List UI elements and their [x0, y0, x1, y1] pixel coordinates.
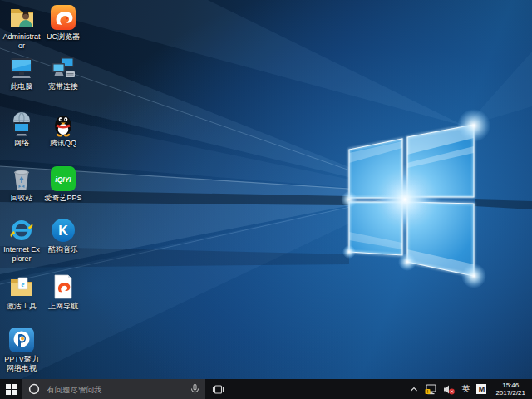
- icon-label: 回收站: [11, 194, 33, 203]
- taskbar: ! 英 M 15:46 2017/2/21: [0, 379, 532, 399]
- clock-time: 15:46: [495, 382, 525, 390]
- network-status-icon[interactable]: !: [425, 384, 436, 395]
- desktop-icon-administrator[interactable]: Administrator: [2, 3, 42, 51]
- desktop-icon-tencent-qq[interactable]: 腾讯QQ: [43, 110, 83, 148]
- user-folder-icon: [7, 3, 36, 32]
- desktop-icon-activation-tool[interactable]: e 激活工具: [2, 273, 42, 311]
- task-view-button[interactable]: [205, 379, 230, 399]
- icon-label: 腾讯QQ: [50, 139, 76, 148]
- windows-desktop: Administrator UC浏览器 此电脑: [0, 0, 532, 399]
- svg-text:iQIYI: iQIYI: [55, 175, 71, 184]
- taskbar-clock[interactable]: 15:46 2017/2/21: [493, 382, 528, 397]
- desktop-icon-uc-browser[interactable]: UC浏览器: [43, 3, 83, 42]
- qq-penguin-icon: [49, 110, 77, 138]
- icon-label: 宽带连接: [48, 82, 78, 91]
- pptv-icon: [7, 326, 36, 354]
- icon-label: Administrator: [2, 32, 42, 51]
- broadband-icon: [49, 53, 77, 81]
- desktop-icon-recycle-bin[interactable]: 回收站: [2, 165, 42, 203]
- search-input[interactable]: [45, 384, 185, 395]
- windows-start-icon: [6, 384, 17, 395]
- svg-text:e: e: [22, 280, 25, 288]
- desktop-icon-iqiyi-pps[interactable]: iQIYI 爱奇艺PPS: [43, 165, 83, 203]
- icon-label: 网络: [14, 139, 29, 148]
- icon-label: UC浏览器: [47, 32, 80, 42]
- iqiyi-icon: iQIYI: [49, 165, 77, 193]
- desktop-icon-network[interactable]: 网络: [2, 110, 42, 148]
- uc-browser-icon: [49, 3, 77, 32]
- desktop-icon-internet-explorer[interactable]: Internet Explorer: [2, 216, 42, 264]
- desktop-icon-web-navigation[interactable]: 上网导航: [43, 273, 83, 311]
- ime-language-indicator[interactable]: 英: [461, 385, 470, 393]
- cortana-icon: [28, 383, 40, 395]
- tray-overflow-chevron-icon[interactable]: [410, 386, 418, 392]
- windows-logo: [341, 109, 490, 288]
- system-tray: ! 英 M 15:46 2017/2/21: [408, 379, 532, 399]
- internet-explorer-icon: [7, 216, 36, 244]
- recycle-bin-icon: [7, 165, 36, 193]
- icon-label: PPTV聚力 网络电视: [2, 355, 42, 373]
- volume-muted-icon[interactable]: [443, 384, 455, 395]
- icon-label: 上网导航: [48, 302, 78, 311]
- task-view-icon: [212, 384, 224, 395]
- icon-label: Internet Explorer: [2, 245, 42, 264]
- icon-label: 激活工具: [7, 302, 37, 311]
- desktop-icon-pptv[interactable]: PPTV聚力 网络电视: [2, 326, 42, 373]
- kugou-music-icon: K: [49, 216, 77, 244]
- activation-tool-folder-icon: e: [7, 273, 36, 301]
- taskbar-empty-area: [230, 379, 408, 399]
- computer-icon: [7, 53, 36, 81]
- ime-mode-badge[interactable]: M: [476, 384, 486, 394]
- desktop-icon-this-pc[interactable]: 此电脑: [2, 53, 42, 91]
- cortana-search-box[interactable]: [22, 379, 205, 399]
- web-navigation-icon: [49, 273, 77, 301]
- svg-text:K: K: [58, 224, 68, 238]
- clock-date: 2017/2/21: [495, 389, 525, 397]
- svg-text:!: !: [427, 388, 429, 393]
- network-icon: [7, 110, 36, 138]
- desktop-icon-broadband-connection[interactable]: 宽带连接: [43, 53, 83, 91]
- microphone-icon[interactable]: [190, 384, 200, 395]
- icon-label: 酷狗音乐: [48, 245, 78, 254]
- icon-label: 此电脑: [11, 82, 33, 91]
- desktop-icon-kugou-music[interactable]: K 酷狗音乐: [43, 216, 83, 254]
- icon-label: 爱奇艺PPS: [44, 194, 81, 203]
- start-button[interactable]: [0, 379, 22, 399]
